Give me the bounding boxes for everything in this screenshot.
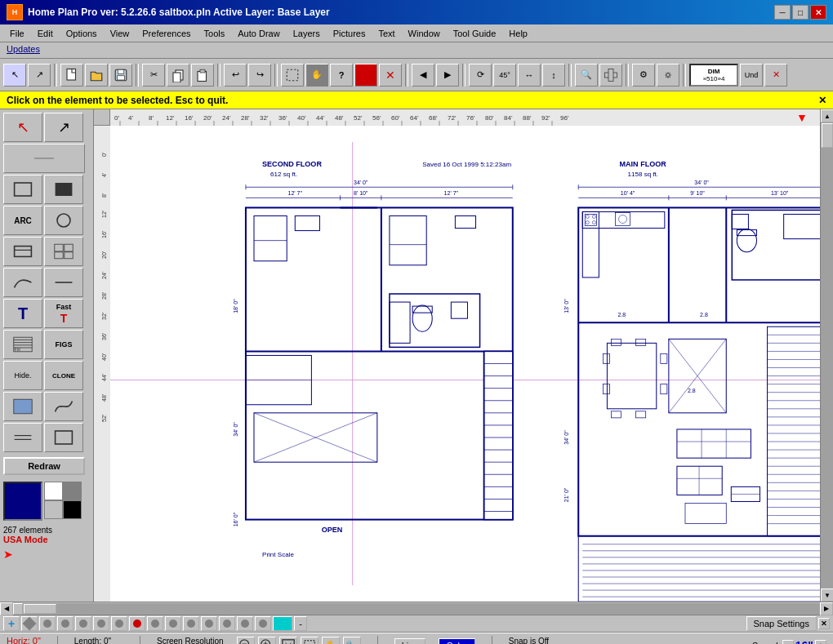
- color-swatch-black[interactable]: [63, 500, 82, 519]
- line-type-btn[interactable]: Line: [394, 638, 426, 645]
- menu-window[interactable]: Window: [402, 27, 447, 40]
- scroll-down-arrow[interactable]: ▼: [821, 588, 833, 602]
- arc-btn[interactable]: ARC: [3, 206, 42, 235]
- zoom-in-btn[interactable]: [599, 64, 622, 87]
- angle45-btn[interactable]: 45°: [493, 64, 516, 87]
- flip-v-btn[interactable]: ↕: [542, 64, 565, 87]
- right-scrollbar[interactable]: ▲ ▼: [820, 109, 833, 602]
- info-close[interactable]: ✕: [818, 95, 826, 106]
- toolbar-close-btn[interactable]: ✕: [818, 618, 830, 629]
- color-swatch-white[interactable]: [44, 482, 63, 500]
- rect3-btn[interactable]: [44, 423, 83, 452]
- maximize-button[interactable]: □: [792, 5, 808, 20]
- wall-btn[interactable]: [3, 237, 42, 266]
- redraw-button[interactable]: Redraw: [3, 457, 85, 475]
- zoom-custom-btn[interactable]: 🔧: [343, 637, 361, 645]
- horiz-line-btn[interactable]: [44, 268, 83, 297]
- dot10[interactable]: [183, 616, 199, 631]
- paint-btn[interactable]: [354, 64, 377, 87]
- menu-preferences[interactable]: Preferences: [136, 27, 197, 40]
- color-swatch-primary[interactable]: [3, 482, 42, 521]
- menu-options[interactable]: Options: [60, 27, 104, 40]
- circle-btn[interactable]: [44, 206, 83, 235]
- zoom-fit-btn[interactable]: [279, 637, 297, 645]
- open-btn[interactable]: [85, 64, 108, 87]
- menu-autodraw[interactable]: Auto Draw: [231, 27, 286, 40]
- dot1[interactable]: [21, 616, 38, 631]
- move-right-btn[interactable]: ▶: [436, 64, 459, 87]
- pointer-btn[interactable]: ↗: [28, 64, 51, 87]
- move-left-btn[interactable]: ◀: [412, 64, 434, 87]
- dot14[interactable]: [255, 616, 271, 631]
- minus-btn[interactable]: -: [294, 616, 307, 631]
- more-btn2[interactable]: ⛭: [657, 64, 679, 87]
- select-arrow-btn[interactable]: ↖: [3, 113, 42, 142]
- double-line-btn[interactable]: [3, 423, 42, 452]
- scroll-up-arrow[interactable]: ▲: [821, 109, 833, 122]
- minimize-button[interactable]: ─: [774, 5, 791, 20]
- fill-btn[interactable]: Fill: [3, 330, 42, 359]
- zoom-hand-btn[interactable]: ✋: [322, 637, 340, 645]
- menu-toolguide[interactable]: Tool Guide: [447, 27, 503, 40]
- rect-outline-btn[interactable]: [3, 175, 42, 204]
- speed-minus-btn[interactable]: -: [782, 640, 794, 645]
- more-btn1[interactable]: ⚙: [632, 64, 655, 87]
- text-btn[interactable]: T: [3, 299, 42, 328]
- dot13[interactable]: [237, 616, 253, 631]
- dot12[interactable]: [219, 616, 235, 631]
- speed-plus-btn[interactable]: +: [815, 640, 826, 645]
- cut-btn[interactable]: ✂: [142, 64, 165, 87]
- scroll-left-arrow[interactable]: ◀: [0, 602, 13, 615]
- bezier-btn[interactable]: [44, 392, 83, 421]
- canvas-area[interactable]: // Ruler ticks will be drawn inline 0' 4…: [94, 109, 833, 602]
- figs-btn[interactable]: FIGS: [44, 330, 83, 359]
- clone-btn[interactable]: CLONE: [44, 361, 83, 390]
- menu-tools[interactable]: Tools: [198, 27, 232, 40]
- dot8[interactable]: [147, 616, 163, 631]
- menu-view[interactable]: View: [104, 27, 136, 40]
- snap-settings-btn[interactable]: Snap Settings: [746, 616, 817, 631]
- water-btn[interactable]: [3, 392, 42, 421]
- cyan-btn[interactable]: [273, 616, 292, 631]
- help-btn[interactable]: ?: [330, 64, 353, 87]
- scroll-thumb-h[interactable]: [24, 604, 56, 614]
- scroll-thumb-v[interactable]: [822, 123, 833, 148]
- color-swatch-gray[interactable]: [63, 482, 82, 500]
- dot11[interactable]: [201, 616, 217, 631]
- fast-text-btn[interactable]: Fast T: [44, 299, 83, 328]
- delete-btn[interactable]: ✕: [379, 64, 402, 87]
- dot9[interactable]: [165, 616, 181, 631]
- menu-file[interactable]: File: [3, 27, 31, 40]
- scroll-home[interactable]: [13, 603, 23, 615]
- line-tool-btn[interactable]: [3, 144, 85, 173]
- menu-text[interactable]: Text: [372, 27, 401, 40]
- menu-layers[interactable]: Layers: [287, 27, 327, 40]
- dot4[interactable]: [75, 616, 91, 631]
- dot6[interactable]: [111, 616, 127, 631]
- scroll-right-arrow[interactable]: ▶: [820, 602, 833, 615]
- menu-help[interactable]: Help: [502, 27, 534, 40]
- hide-btn[interactable]: Hide.: [3, 361, 42, 390]
- zoom-btn-2[interactable]: [258, 637, 276, 645]
- menu-pictures[interactable]: Pictures: [327, 27, 372, 40]
- paste-btn[interactable]: [191, 64, 214, 87]
- redo-btn[interactable]: ↪: [248, 64, 271, 87]
- select-box-btn[interactable]: [281, 64, 304, 87]
- hand-pan-btn[interactable]: ✋: [305, 64, 328, 87]
- arrow-select-btn[interactable]: ↖: [3, 64, 26, 87]
- updates-link[interactable]: Updates: [7, 44, 40, 54]
- close-plan-btn[interactable]: ✕: [764, 64, 787, 87]
- grid-btn[interactable]: [44, 237, 83, 266]
- rotate-btn[interactable]: ⟳: [469, 64, 492, 87]
- undo-btn[interactable]: ↩: [224, 64, 247, 87]
- dot2[interactable]: [39, 616, 56, 631]
- close-button[interactable]: ✕: [810, 5, 826, 20]
- spline-btn[interactable]: [3, 268, 42, 297]
- save-btn[interactable]: [109, 64, 132, 87]
- add-element-btn[interactable]: +: [3, 616, 20, 631]
- color-picker-btn[interactable]: Color: [439, 638, 474, 645]
- zoom-btn-1[interactable]: [237, 637, 255, 645]
- flip-h-btn[interactable]: ↔: [518, 64, 541, 87]
- pointer2-btn[interactable]: ↗: [44, 113, 83, 142]
- dot7[interactable]: [129, 616, 145, 631]
